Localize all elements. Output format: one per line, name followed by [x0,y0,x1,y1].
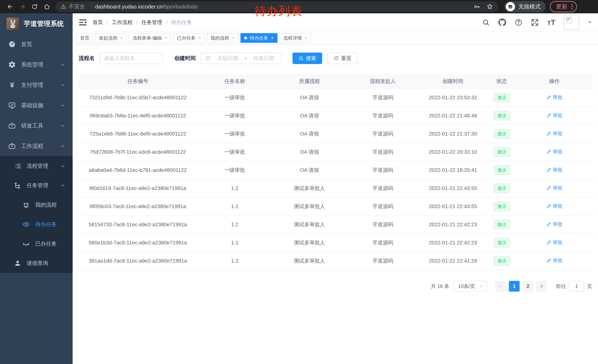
sidebar-item-研发工具[interactable]: 研发工具 [0,115,73,136]
page-button-1[interactable]: 1 [509,281,520,291]
status-badge: 激活 [494,111,510,120]
update-label[interactable]: 更新 [556,3,567,11]
goto-page-input[interactable] [569,281,584,291]
refresh-icon [334,56,339,61]
tab-label: 流程详情 [283,35,302,41]
close-icon[interactable]: × [271,36,274,40]
cell-create-time: 2022-01-21 22:43:55 [419,197,487,216]
next-page-button[interactable] [536,281,547,291]
update-button[interactable]: 更新 [550,1,577,12]
close-icon[interactable]: × [120,36,123,40]
font-size-icon[interactable]: ᴛT [547,19,555,26]
browser-menu-icon[interactable] [571,4,573,10]
sidebar-item-流程管理[interactable]: 流程管理 [0,156,73,176]
breadcrumb-首页[interactable]: 首页 [93,19,103,26]
sidebar-item-待办任务[interactable]: 待办任务 [0,215,73,234]
approve-link[interactable]: 审批 [546,221,562,227]
breadcrumb-separator: / [166,19,167,25]
chevron-down-icon [60,82,66,88]
sidebar-item-系统管理[interactable]: 系统管理 [0,54,73,75]
github-icon[interactable] [498,18,506,26]
tab-发起流程[interactable]: 发起流程× [95,33,126,43]
search-icon[interactable] [482,18,490,26]
status-badge: 激活 [494,147,510,156]
cell-starter: 芋道源码 [347,252,419,270]
app-logo[interactable]: 🐰 芋道管理系统 [0,13,73,34]
tab-我的流程[interactable]: 我的流程× [207,33,238,43]
sidebar-item-label: 工作流程 [21,142,43,150]
approve-link[interactable]: 审批 [546,257,562,264]
tab-待办任务[interactable]: 待办任务× [241,33,277,43]
column-header-任务编号: 任务编号 [79,74,197,89]
bookmark-star-icon[interactable] [486,3,493,10]
close-icon[interactable]: × [199,36,201,40]
chevron-down-icon [60,103,66,108]
page-size-select[interactable]: 10条/页 [454,281,487,291]
date-range-picker[interactable]: 开始日期 - 结束日期 [201,53,282,64]
avatar[interactable] [564,15,579,30]
forward-icon[interactable] [17,2,27,12]
breadcrumb-任务管理[interactable]: 任务管理 [141,19,162,26]
sidebar-item-请假查询[interactable]: 请假查询 [0,253,73,273]
filter-form: 流程名 请输入流程名 创建时间 开始日期 - 结束日期 搜索 重置 [79,53,592,64]
approve-link[interactable]: 审批 [546,203,562,209]
tree-icon [13,182,22,189]
prev-page-button[interactable] [495,281,506,291]
incognito-badge: 无痕模式 [504,1,546,12]
url-host[interactable]: dashboard.yudao.iocoder.cn [95,4,162,10]
help-icon[interactable] [515,18,523,26]
cell-starter: 芋道源码 [347,197,419,216]
cell-create-time: 2022-01-21 22:43:55 [419,179,487,197]
home-icon[interactable] [42,2,52,12]
sidebar-item-基础设施[interactable]: 基础设施 [0,95,73,115]
process-name-input[interactable]: 请输入流程名 [100,53,162,64]
url-path[interactable]: /bpm/task/todo [162,4,198,10]
page-button-2[interactable]: 2 [523,281,533,291]
tab-首页[interactable]: 首页 [76,33,93,43]
cell-create-time: 2022-01-21 22:42:23 [419,234,487,252]
workflow-submenu: 流程管理任务管理我的流程待办任务已办任务请假查询 [0,156,73,273]
key-icon[interactable] [473,3,481,10]
sidebar-item-任务管理[interactable]: 任务管理 [0,176,73,195]
security-label[interactable]: 不安全 [69,3,85,10]
fullscreen-icon[interactable] [531,18,539,26]
page-buttons: 12 [494,281,548,291]
close-icon[interactable]: × [305,36,307,40]
annotation-todo-list: 待办列表 [255,3,302,19]
sidebar-item-工作流程[interactable]: 工作流程 [0,136,73,156]
column-header-创建时间: 创建时间 [419,74,487,89]
back-icon[interactable] [5,2,15,12]
approve-link[interactable]: 审批 [546,185,562,191]
reset-button[interactable]: 重置 [327,53,358,64]
approve-link[interactable]: 审批 [546,94,562,101]
table-row: 069c6a63-7b8a-11ec-8ef0-acde48001122一级审批… [79,107,592,125]
approve-link[interactable]: 审批 [546,112,562,119]
status-badge: 激活 [494,220,510,229]
close-icon[interactable]: × [232,36,234,40]
sidebar-item-我的流程[interactable]: 我的流程 [0,195,73,215]
table-row: 75d72608-7b7f-11ec-a3c8-acde48001122一级审批… [79,143,592,161]
approve-link[interactable]: 审批 [546,239,562,246]
chevron-down-icon [60,62,66,67]
tab-已办任务[interactable]: 已办任务× [173,33,205,43]
table-row: 580e1b3d-7ac8-11ec-a9e2-a2380e71991a1.1测… [79,234,592,252]
cell-task-name: 一级审批 [197,125,272,143]
tab-流程详情[interactable]: 流程详情× [280,33,311,43]
approve-link[interactable]: 审批 [546,130,562,137]
sidebar-item-label: 任务管理 [27,182,48,189]
sidebar-collapse-icon[interactable] [79,18,87,27]
approve-link[interactable]: 审批 [546,148,562,155]
reload-icon[interactable] [30,2,40,12]
close-icon[interactable]: × [165,36,167,40]
sidebar-item-已办任务[interactable]: 已办任务 [0,234,73,253]
eye-open-icon [22,220,30,228]
sidebar-item-首页[interactable]: 首页 [0,34,73,54]
tab-流程表单-编辑[interactable]: 流程表单-编辑× [129,33,171,43]
breadcrumb-工作流程[interactable]: 工作流程 [112,19,133,26]
avatar-caret-icon[interactable] [588,20,592,25]
search-button[interactable]: 搜索 [292,53,322,64]
approve-link[interactable]: 审批 [546,167,562,173]
cell-process: OA 请假 [272,161,347,179]
create-time-label: 创建时间 [174,55,196,62]
sidebar-item-支付管理[interactable]: ¥支付管理 [0,75,73,95]
